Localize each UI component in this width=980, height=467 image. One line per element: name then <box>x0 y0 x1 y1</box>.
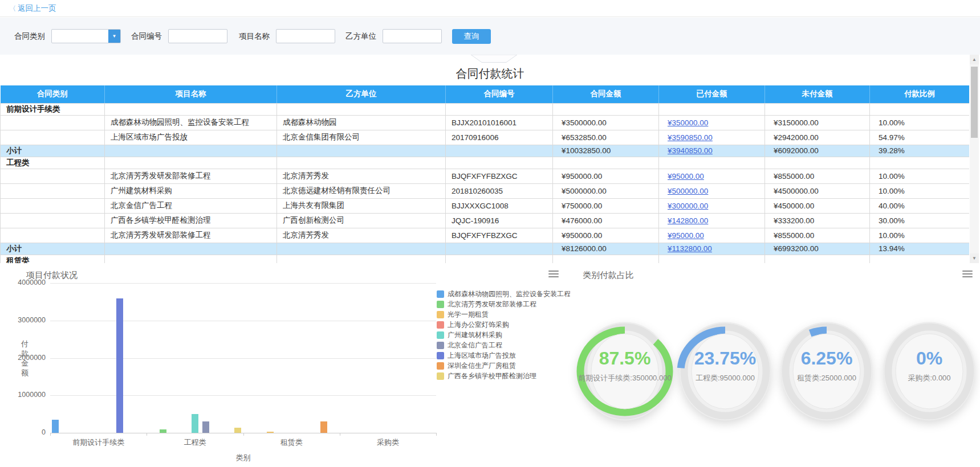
legend-label: 北京金信广告工程 <box>448 341 502 350</box>
table-cell <box>765 157 870 169</box>
contract-payment-dashboard: 〈 返回上一页 合同类别 ▼ 合同编号 项目名称 乙方单位 查询 合同付款统计 … <box>0 0 980 467</box>
paid-amount-link[interactable]: ¥95000.00 <box>668 231 704 240</box>
table-row: 北京金信广告工程上海共友有限集团BJJXXXGC1008¥750000.00¥3… <box>1 198 970 213</box>
paid-amount-link[interactable]: ¥3590850.00 <box>668 133 713 142</box>
paid-amount-link[interactable]: ¥500000.00 <box>668 187 708 195</box>
project-name-label: 项目名称 <box>239 31 270 42</box>
contract-table-wrap: 合同类别项目名称乙方单位合同编号合同金额已付金额未付金额付款比例 前期设计手续类… <box>0 85 969 263</box>
x-axis-category-label: 前期设计手续类 <box>53 437 144 448</box>
legend-label: 光学一期租赁 <box>448 310 489 319</box>
table-cell: ¥95000.00 <box>659 169 765 183</box>
legend-label: 上海区域市场广告投放 <box>448 351 516 361</box>
table-cell <box>277 103 446 115</box>
table-cell: ¥855000.00 <box>765 169 870 183</box>
table-cell: ¥8126000.00 <box>553 243 659 255</box>
filter-bar: 合同类别 ▼ 合同编号 项目名称 乙方单位 查询 <box>0 18 980 55</box>
query-button[interactable]: 查询 <box>452 29 491 44</box>
collapse-panel-tab[interactable] <box>471 55 518 63</box>
page-title: 合同付款统计 <box>0 64 980 83</box>
column-header: 已付金额 <box>659 85 765 103</box>
table-cell: 北京清芳秀发研发部装修工程 <box>105 228 277 243</box>
table-cell: ¥855000.00 <box>765 228 870 243</box>
x-axis-tick <box>243 433 244 436</box>
project-name-input[interactable] <box>276 29 335 43</box>
legend-item[interactable]: 上海办公室灯饰采购 <box>437 321 571 329</box>
back-link[interactable]: 〈 返回上一页 <box>9 3 56 14</box>
table-cell: JQJC-190916 <box>446 213 553 228</box>
paid-amount-link[interactable]: ¥95000.00 <box>668 172 704 181</box>
table-cell: 工程类 <box>1 157 105 169</box>
paid-amount-link[interactable]: ¥142800.00 <box>668 216 708 225</box>
table-cell: 小计 <box>1 243 105 255</box>
table-row: 广州建筑材料采购北京德远建材经销有限责任公司201810260035¥50000… <box>1 183 970 198</box>
paid-amount-link[interactable]: ¥1132800.00 <box>668 244 712 253</box>
table-cell: 成都森林动物园照明、监控设备安装工程 <box>105 115 277 130</box>
table-cell: 40.00% <box>870 198 970 213</box>
table-cell <box>553 157 659 169</box>
table-cell <box>765 255 870 263</box>
table-cell <box>1 198 105 213</box>
legend-item[interactable]: 深圳金信生产厂房租赁 <box>437 362 571 370</box>
table-cell: 10.00% <box>870 228 970 243</box>
table-cell <box>105 145 277 157</box>
column-header: 未付金额 <box>765 85 870 103</box>
bar-工程类 <box>234 428 241 433</box>
legend-swatch <box>437 331 444 339</box>
legend-item[interactable]: 成都森林动物园照明、监控设备安装工程 <box>437 290 571 298</box>
scrollbar-track[interactable]: ▲ ▼ <box>970 55 979 263</box>
scrollbar-up-icon[interactable]: ▲ <box>970 55 979 64</box>
table-cell <box>105 243 277 255</box>
vendor-input[interactable] <box>383 29 442 43</box>
legend-swatch <box>437 372 444 380</box>
table-cell: ¥3940850.00 <box>659 145 765 157</box>
table-cell: BJQFXFYFBZXGC <box>446 169 553 183</box>
x-axis-category-label: 租赁类 <box>246 437 337 448</box>
contract-payment-table: 合同类别项目名称乙方单位合同编号合同金额已付金额未付金额付款比例 前期设计手续类… <box>0 85 969 263</box>
table-cell <box>553 255 659 263</box>
table-cell: ¥6993200.00 <box>765 243 870 255</box>
legend-swatch <box>437 321 444 329</box>
gauge-label: 采购类:0.000 <box>872 373 980 383</box>
legend-item[interactable]: 广西各乡镇学校甲醛检测治理 <box>437 372 571 380</box>
table-row: 工程类 <box>1 157 970 169</box>
x-axis-tick <box>436 433 437 436</box>
legend-item[interactable]: 广州建筑材料采购 <box>437 331 571 339</box>
table-cell <box>870 103 970 115</box>
table-cell: BJJX20101016001 <box>446 115 553 130</box>
paid-amount-link[interactable]: ¥350000.00 <box>668 118 708 127</box>
scrollbar-thumb[interactable] <box>971 67 978 138</box>
legend-item[interactable]: 北京金信广告工程 <box>437 342 571 349</box>
legend-item[interactable]: 上海区域市场广告投放 <box>437 352 571 359</box>
contract-category-select[interactable]: ▼ <box>51 29 121 43</box>
legend-item[interactable]: 北京清芳秀发研发部装修工程 <box>437 301 571 308</box>
table-cell <box>1 213 105 228</box>
contract-code-input[interactable] <box>168 29 227 43</box>
legend-swatch <box>437 352 444 359</box>
legend-swatch <box>437 301 444 308</box>
scrollbar-down-icon[interactable]: ▼ <box>970 253 979 263</box>
gridline <box>50 395 436 396</box>
contract-code-label: 合同编号 <box>131 31 162 42</box>
table-cell <box>1 183 105 198</box>
table-cell <box>659 157 765 169</box>
chart-menu-icon[interactable] <box>548 269 559 279</box>
column-header: 项目名称 <box>105 85 277 103</box>
table-row: 前期设计手续类 <box>1 103 970 115</box>
table-cell: 小计 <box>1 145 105 157</box>
bar-chart-legend: 成都森林动物园照明、监控设备安装工程北京清芳秀发研发部装修工程光学一期租赁上海办… <box>437 290 571 383</box>
chart-menu-icon[interactable] <box>962 269 973 279</box>
paid-amount-link[interactable]: ¥3940850.00 <box>668 146 713 155</box>
legend-item[interactable]: 光学一期租赁 <box>437 311 571 318</box>
table-cell <box>277 243 446 255</box>
table-cell <box>659 103 765 115</box>
table-cell <box>446 103 553 115</box>
table-cell: 54.97% <box>870 130 970 145</box>
paid-amount-link[interactable]: ¥300000.00 <box>668 202 708 210</box>
table-cell <box>870 157 970 169</box>
table-cell: ¥6532850.00 <box>553 130 659 145</box>
chevron-down-icon[interactable]: ▼ <box>108 30 120 43</box>
table-cell <box>659 255 765 263</box>
table-cell <box>765 103 870 115</box>
contract-category-label: 合同类别 <box>14 31 45 42</box>
bar-工程类 <box>192 414 198 433</box>
